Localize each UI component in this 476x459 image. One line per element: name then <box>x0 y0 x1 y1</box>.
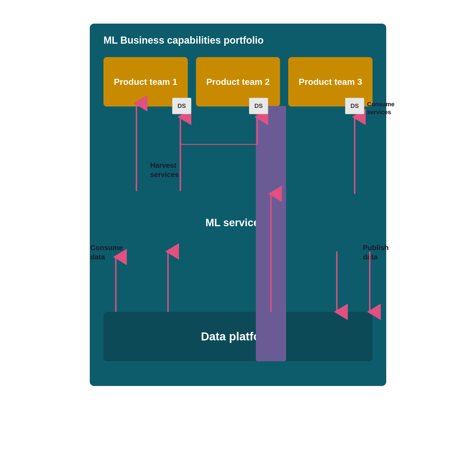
data-platform-box: Data platform <box>103 312 373 361</box>
ml-services-box: ML services <box>136 194 334 251</box>
product-team-2-label: Product team 2 <box>206 77 270 87</box>
product-team-1-label: Product team 1 <box>114 77 177 87</box>
harvest-services-label: Harvestservices <box>150 161 179 180</box>
product-team-3-label: Product team 3 <box>299 77 362 87</box>
publish-data-label: Publishdata <box>363 243 389 262</box>
purple-bar <box>256 106 286 361</box>
ds-badge-1: DS <box>172 98 191 114</box>
consume-services-label: Consume services <box>367 100 403 116</box>
diagram-container: ML Business capabilities portfolio Produ… <box>73 24 403 435</box>
ml-portfolio-title: ML Business capabilities portfolio <box>103 35 373 46</box>
product-teams-row: Product team 1 Product team 2 Product te… <box>103 57 373 107</box>
consume-data-label: Consumedata <box>90 243 123 262</box>
ds-badge-3: DS <box>345 98 364 114</box>
ds-badge-2: DS <box>249 98 268 114</box>
